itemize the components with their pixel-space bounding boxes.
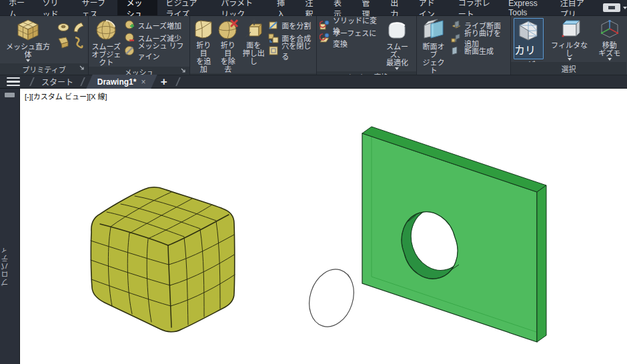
smooth-more-icon bbox=[124, 20, 135, 31]
smooth-object-label: スムーズ オブジェクト bbox=[91, 43, 121, 67]
generate-section-button[interactable]: 断面生成 bbox=[451, 45, 508, 56]
ribbon-image-icon bbox=[603, 3, 620, 12]
green-slab-with-hole bbox=[362, 127, 546, 342]
convert-to-surface-icon bbox=[320, 33, 330, 43]
panel-section: 断面オブ ジェクト ライブ断面 bbox=[417, 16, 511, 75]
smooth-less-icon bbox=[124, 33, 135, 43]
tab-home[interactable]: ホーム bbox=[0, 0, 34, 15]
convert-to-surface-button[interactable]: サーフェスに変換 bbox=[320, 33, 378, 43]
live-section-icon bbox=[451, 20, 462, 31]
remove-crease-icon bbox=[217, 19, 239, 40]
mesh-box-icon bbox=[16, 19, 40, 41]
scene-3d bbox=[20, 89, 627, 364]
tab-addins[interactable]: アドイン bbox=[410, 0, 450, 15]
primitive-gallery bbox=[57, 18, 85, 49]
autocad-window: ホーム ソリッド サーフェス メッシュ ビジュアライズ パラメトリック 挿入 注… bbox=[0, 0, 627, 364]
filter-button[interactable]: フィルタなし bbox=[550, 18, 589, 62]
tab-surface[interactable]: サーフェス bbox=[73, 0, 118, 15]
tab-express-tools[interactable]: Express Tools bbox=[500, 0, 551, 15]
tab-parametric[interactable]: パラメトリック bbox=[212, 0, 268, 15]
chevron-down-icon bbox=[568, 58, 572, 61]
ribbon-display-toggle[interactable] bbox=[603, 0, 627, 15]
culling-icon bbox=[518, 20, 539, 41]
culling-button[interactable]: カリング bbox=[514, 18, 544, 59]
smooth-object-button[interactable]: スムーズ オブジェクト bbox=[91, 18, 121, 67]
palette-autohide-icon[interactable] bbox=[5, 93, 15, 97]
tab-view[interactable]: 表示 bbox=[325, 0, 354, 15]
smooth-optimized-icon bbox=[386, 19, 408, 41]
drawing-tab-label: Drawing1* bbox=[97, 77, 137, 87]
section-object-icon bbox=[422, 19, 446, 41]
workspace: プロパティ [-][カスタム ビュー][X 線] bbox=[0, 89, 627, 364]
extrude-face-icon bbox=[243, 19, 264, 40]
tab-separator bbox=[175, 77, 181, 86]
tab-start[interactable]: スタート bbox=[37, 75, 77, 89]
tab-output[interactable]: 出力 bbox=[382, 0, 410, 15]
add-crease-icon bbox=[193, 19, 214, 40]
tab-separator bbox=[29, 77, 35, 86]
tab-drawing1[interactable]: Drawing1* × bbox=[86, 75, 157, 89]
smooth-object-icon bbox=[95, 19, 117, 41]
tab-separator bbox=[80, 77, 85, 86]
mesh-wedge-icon[interactable] bbox=[72, 21, 85, 34]
hamburger-menu-icon[interactable] bbox=[7, 77, 20, 86]
convert-to-solid-icon bbox=[320, 20, 330, 31]
panel-launcher-icon[interactable] bbox=[181, 68, 187, 74]
tab-visualize[interactable]: ビジュアライズ bbox=[157, 0, 213, 15]
tab-annotate[interactable]: 注釈 bbox=[297, 0, 326, 15]
extrude-face-button[interactable]: 面を 押し出し bbox=[241, 18, 265, 65]
chevron-down-icon bbox=[395, 67, 399, 70]
split-face-icon bbox=[268, 20, 279, 31]
remove-crease-button[interactable]: 折り目 を除去 bbox=[217, 18, 239, 73]
file-tab-bar: スタート Drawing1* × + bbox=[0, 75, 627, 89]
smooth-optimized-button[interactable]: スムーズ、 最適化 bbox=[381, 18, 414, 71]
tab-manage[interactable]: 管理 bbox=[354, 0, 382, 15]
drawing-viewport[interactable]: [-][カスタム ビュー][X 線] bbox=[20, 89, 627, 364]
mesh-refine-icon bbox=[124, 45, 135, 56]
close-hole-icon bbox=[268, 45, 279, 56]
tab-solid[interactable]: ソリッド bbox=[34, 0, 73, 15]
add-crease-button[interactable]: 折り目 を追加 bbox=[193, 18, 215, 73]
close-hole-button[interactable]: 穴を閉じる bbox=[268, 45, 314, 56]
no-filter-icon bbox=[558, 19, 581, 40]
panel-mesh-edit: 折り目 を追加 折り目 を除去 bbox=[190, 16, 317, 75]
properties-palette-label: プロパティ bbox=[0, 246, 20, 286]
panel-selection: カリング フィルタなし bbox=[511, 16, 626, 75]
chevron-down-icon bbox=[608, 58, 612, 61]
tab-mesh[interactable]: メッシュ bbox=[117, 0, 157, 15]
section-object-button[interactable]: 断面オブ ジェクト bbox=[420, 18, 448, 75]
tab-collaborate[interactable]: コラボレート bbox=[450, 0, 500, 15]
panel-mesh: スムーズ オブジェクト スムーズ増加 bbox=[89, 16, 190, 75]
tab-insert[interactable]: 挿入 bbox=[268, 0, 297, 15]
merge-face-icon bbox=[268, 33, 279, 43]
properties-palette-strip[interactable]: プロパティ bbox=[0, 89, 20, 364]
close-icon[interactable]: × bbox=[141, 78, 146, 86]
tab-featured-apps[interactable]: 注目アプリ bbox=[552, 0, 596, 15]
mesh-pyramid-icon[interactable] bbox=[57, 36, 70, 49]
construction-circle bbox=[302, 263, 361, 332]
panel-mesh-convert: ソリッドに変換 サーフェスに変換 bbox=[317, 16, 417, 75]
ribbon: メッシュ直方体 bbox=[0, 16, 627, 75]
smoothed-mesh-cube bbox=[91, 187, 235, 332]
chevron-down-icon bbox=[623, 7, 627, 9]
split-face-button[interactable]: 面を分割 bbox=[268, 20, 314, 31]
smooth-more-button[interactable]: スムーズ増加 bbox=[124, 20, 187, 31]
mesh-box-label: メッシュ直方体 bbox=[3, 43, 53, 59]
gizmo-button[interactable]: 移動 ギズモ bbox=[595, 18, 624, 62]
panel-title-primitives: プリミティブ bbox=[0, 63, 88, 75]
ribbon-tab-bar: ホーム ソリッド サーフェス メッシュ ビジュアライズ パラメトリック 挿入 注… bbox=[0, 0, 627, 16]
panel-title-selection: 選択 bbox=[511, 62, 626, 75]
mesh-refine-button[interactable]: メッシュ リファイン bbox=[124, 45, 187, 56]
add-jog-button[interactable]: 折り曲げを追加 bbox=[451, 33, 508, 43]
mesh-torus-icon[interactable] bbox=[57, 21, 70, 34]
chevron-down-icon bbox=[26, 59, 30, 62]
mesh-box-button[interactable]: メッシュ直方体 bbox=[3, 18, 53, 63]
new-drawing-button[interactable]: + bbox=[155, 76, 173, 87]
mesh-helix-icon[interactable] bbox=[72, 36, 85, 49]
generate-section-icon bbox=[451, 45, 462, 56]
move-gizmo-icon bbox=[598, 19, 621, 40]
add-jog-icon bbox=[451, 33, 462, 43]
panel-launcher-icon[interactable] bbox=[79, 65, 85, 71]
panel-primitives: メッシュ直方体 bbox=[0, 16, 89, 75]
